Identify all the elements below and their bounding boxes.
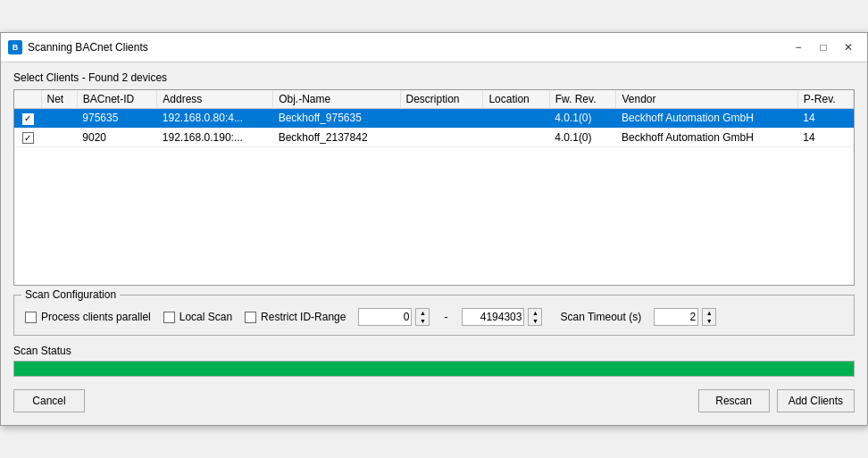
id-range-min-group: ▲ ▼: [358, 308, 430, 326]
table-cell: 14: [797, 128, 853, 147]
table-cell: 14: [797, 109, 853, 129]
devices-table-container[interactable]: Net BACnet-ID Address Obj.-Name Descript…: [13, 89, 855, 286]
local-scan-checkbox-label[interactable]: Local Scan: [163, 311, 232, 323]
footer-left: Cancel: [13, 389, 85, 412]
checkbox-cell[interactable]: [14, 128, 41, 147]
restrict-checkbox-label[interactable]: Restrict ID-Range: [245, 311, 346, 323]
id-range-max-up[interactable]: ▲: [529, 309, 541, 317]
minimize-button[interactable]: −: [787, 38, 810, 56]
add-clients-button[interactable]: Add Clients: [777, 389, 855, 412]
col-location: Location: [483, 90, 549, 109]
app-icon: B: [8, 40, 22, 54]
table-body: 975635192.168.0.80:4...Beckhoff_9756354.…: [14, 109, 854, 147]
scan-status-label: Scan Status: [13, 345, 855, 357]
scan-config-title: Scan Configuration: [21, 288, 120, 301]
id-range-max-group: ▲ ▼: [462, 308, 542, 326]
col-net: Net: [41, 90, 77, 109]
local-scan-label: Local Scan: [179, 311, 232, 323]
range-dash: -: [444, 311, 447, 323]
cancel-button[interactable]: Cancel: [13, 389, 85, 412]
id-range-min-up[interactable]: ▲: [416, 309, 429, 317]
id-range-max-input[interactable]: [462, 308, 524, 326]
col-checkbox: [14, 90, 41, 109]
progress-bar-fill: [14, 362, 854, 376]
restrict-checkbox[interactable]: [245, 312, 256, 323]
table-cell: [400, 128, 483, 147]
table-cell: Beckhoff_975635: [273, 109, 400, 129]
col-vendor: Vendor: [616, 90, 797, 109]
rescan-button[interactable]: Rescan: [698, 389, 770, 412]
id-range-max-down[interactable]: ▼: [529, 317, 541, 325]
table-cell: [41, 128, 77, 147]
table-cell: 4.0.1(0): [549, 109, 616, 129]
table-cell: 9020: [77, 128, 157, 147]
table-header-row: Net BACnet-ID Address Obj.-Name Descript…: [14, 90, 854, 109]
table-cell: Beckhoff Automation GmbH: [616, 128, 797, 147]
id-range-max-spinners: ▲ ▼: [528, 308, 542, 326]
devices-table: Net BACnet-ID Address Obj.-Name Descript…: [14, 90, 854, 147]
row-checkbox[interactable]: [22, 113, 34, 125]
main-window: B Scanning BACnet Clients − □ ✕ Select C…: [0, 32, 868, 426]
table-cell: [483, 109, 549, 129]
timeout-input[interactable]: [654, 308, 698, 326]
id-range-min-spinners: ▲ ▼: [415, 308, 430, 326]
table-cell: 192.168.0.80:4...: [157, 109, 273, 129]
table-cell: 975635: [77, 109, 157, 129]
table-cell: [400, 109, 483, 129]
timeout-label: Scan Timeout (s): [560, 311, 641, 323]
table-row[interactable]: 9020192.168.0.190:...Beckhoff_21378424.0…: [14, 128, 854, 147]
table-cell: 4.0.1(0): [549, 128, 616, 147]
timeout-down[interactable]: ▼: [703, 317, 715, 325]
table-cell: 192.168.0.190:...: [157, 128, 273, 147]
close-button[interactable]: ✕: [837, 38, 860, 56]
table-cell: [483, 128, 549, 147]
col-fw-rev: Fw. Rev.: [549, 90, 616, 109]
footer-right: Rescan Add Clients: [698, 389, 855, 412]
checkbox-cell[interactable]: [14, 109, 41, 129]
local-scan-checkbox[interactable]: [163, 312, 175, 323]
table-cell: Beckhoff Automation GmbH: [616, 109, 797, 129]
footer-buttons: Cancel Rescan Add Clients: [13, 386, 855, 416]
restrict-label: Restrict ID-Range: [261, 311, 346, 323]
table-cell: Beckhoff_2137842: [273, 128, 400, 147]
row-checkbox[interactable]: [22, 132, 34, 144]
scan-status-section: Scan Status: [13, 345, 855, 377]
col-p-rev: P-Rev.: [797, 90, 853, 109]
parallel-checkbox-label[interactable]: Process clients parallel: [25, 311, 151, 323]
timeout-group: ▲ ▼: [654, 308, 716, 326]
parallel-checkbox[interactable]: [25, 312, 37, 323]
col-obj-name: Obj.-Name: [273, 90, 400, 109]
title-bar: B Scanning BACnet Clients − □ ✕: [1, 33, 867, 62]
col-bacnet-id: BACnet-ID: [77, 90, 157, 109]
timeout-up[interactable]: ▲: [703, 309, 715, 317]
found-devices-label: Select Clients - Found 2 devices: [13, 71, 855, 84]
id-range-min-input[interactable]: [358, 308, 412, 326]
table-cell: [41, 109, 77, 129]
timeout-spinners: ▲ ▼: [702, 308, 716, 326]
maximize-button[interactable]: □: [812, 38, 835, 56]
id-range-min-down[interactable]: ▼: [416, 317, 429, 325]
col-address: Address: [157, 90, 273, 109]
scan-config-section: Scan Configuration Process clients paral…: [13, 295, 855, 336]
window-title: Scanning BACnet Clients: [28, 41, 787, 54]
table-row[interactable]: 975635192.168.0.80:4...Beckhoff_9756354.…: [14, 109, 854, 129]
col-description: Description: [400, 90, 483, 109]
content-area: Select Clients - Found 2 devices Net BAC…: [1, 62, 867, 425]
scan-config-row: Process clients parallel Local Scan Rest…: [25, 308, 843, 326]
window-controls: − □ ✕: [787, 38, 860, 56]
progress-bar-container: [13, 361, 855, 377]
parallel-label: Process clients parallel: [41, 311, 151, 323]
